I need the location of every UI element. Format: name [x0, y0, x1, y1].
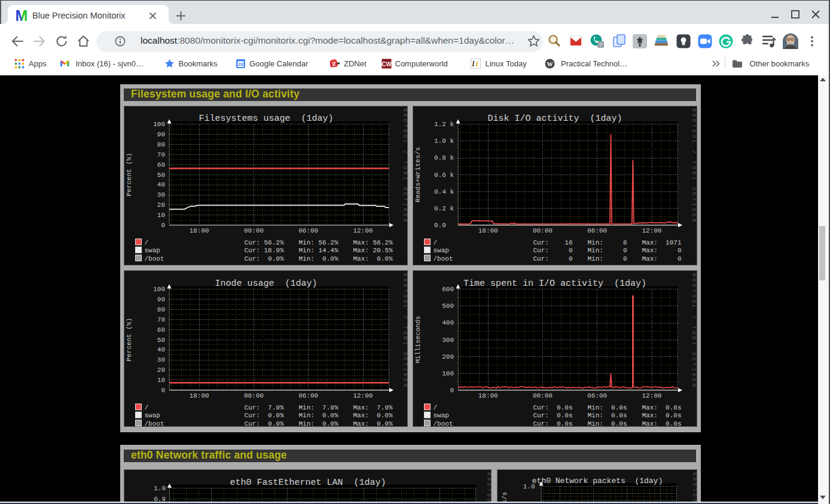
- svg-text:/: /: [144, 404, 148, 411]
- svg-text:swap: swap: [433, 247, 448, 254]
- svg-text:20: 20: [157, 366, 164, 374]
- svg-text:12:00: 12:00: [353, 227, 373, 234]
- svg-text:Milliseconds: Milliseconds: [414, 316, 421, 363]
- svg-text:/: /: [144, 239, 148, 246]
- svg-text:Min: 0.0%: Min: 0.0%: [298, 420, 338, 426]
- svg-text:18:00: 18:00: [478, 392, 498, 399]
- svg-text:1.2 k: 1.2 k: [434, 121, 453, 128]
- svg-text:10: 10: [157, 377, 164, 384]
- svg-text:30: 30: [157, 356, 164, 364]
- svg-text:/boot: /boot: [433, 420, 453, 426]
- svg-text:Cur: 16: Cur: 16: [533, 239, 572, 246]
- svg-text:/boot: /boot: [144, 255, 164, 262]
- svg-text:Cur: 0.0%: Cur: 0.0%: [244, 420, 283, 426]
- svg-text:Min: 14.4%: Min: 14.4%: [298, 247, 338, 254]
- svg-text:300: 300: [442, 336, 454, 343]
- svg-text:Max: 0.6s: Max: 0.6s: [642, 404, 681, 411]
- svg-text:Min: 0.0s: Min: 0.0s: [587, 420, 627, 426]
- svg-text:Filesystems usage (1day): Filesystems usage (1day): [199, 114, 333, 124]
- svg-text:Cur: 0.0%: Cur: 0.0%: [244, 412, 283, 419]
- svg-text:100: 100: [153, 286, 165, 293]
- svg-text:/boot: /boot: [433, 255, 453, 262]
- svg-text:Min: 6: Min: 6: [587, 239, 627, 246]
- svg-text:0.6 k: 0.6 k: [434, 172, 453, 179]
- svg-text:Max: 0.0%: Max: 0.0%: [353, 420, 392, 426]
- svg-text:00:00: 00:00: [243, 227, 263, 234]
- svg-text:W: W: [547, 61, 553, 68]
- svg-text:swap: swap: [144, 247, 160, 254]
- svg-text:50: 50: [157, 336, 164, 343]
- svg-text:Max: 7.9%: Max: 7.9%: [353, 404, 392, 411]
- svg-text:40: 40: [157, 346, 164, 353]
- svg-text:100: 100: [442, 369, 454, 377]
- svg-text:RRDTOOL / TOBI OETIKER: RRDTOOL / TOBI OETIKER: [691, 273, 696, 389]
- svg-text:swap: swap: [433, 412, 448, 419]
- svg-text:400: 400: [442, 319, 454, 326]
- svg-text:200: 200: [442, 353, 454, 360]
- svg-text:/: /: [433, 404, 437, 411]
- svg-text:80: 80: [157, 141, 164, 148]
- svg-text:eth0 FastEthernet LAN (1day): eth0 FastEthernet LAN (1day): [230, 478, 386, 488]
- svg-text:Percent (%): Percent (%): [125, 317, 132, 361]
- svg-text:500: 500: [442, 303, 454, 310]
- svg-text:Min: 7.9%: Min: 7.9%: [298, 404, 338, 411]
- svg-text:RRDTOOL / TOBI OETIKER: RRDTOOL / TOBI OETIKER: [691, 472, 697, 504]
- svg-text:0: 0: [161, 387, 165, 394]
- svg-text:Cur: 0.0%: Cur: 0.0%: [244, 255, 283, 262]
- svg-text:Max: 0.0s: Max: 0.0s: [642, 420, 681, 426]
- svg-text:12:00: 12:00: [642, 227, 661, 234]
- svg-text:Min: 0.0%: Min: 0.0%: [298, 255, 338, 262]
- svg-text:50: 50: [157, 172, 164, 179]
- svg-text:90: 90: [157, 295, 164, 303]
- svg-text:Max: 1071: Max: 1071: [642, 239, 681, 246]
- svg-text:00:00: 00:00: [532, 392, 552, 399]
- svg-text:Cur: 18.9%: Cur: 18.9%: [244, 247, 283, 254]
- svg-text:Time spent in I/O activity (1: Time spent in I/O activity (1day): [463, 279, 646, 289]
- svg-text:1.0: 1.0: [154, 485, 166, 492]
- svg-text:Max: 0: Max: 0: [642, 247, 681, 254]
- svg-text:06:00: 06:00: [298, 392, 318, 399]
- svg-text:Cur: 56.2%: Cur: 56.2%: [244, 239, 283, 246]
- svg-text:1.0 k: 1.0 k: [434, 138, 453, 145]
- svg-text:60: 60: [157, 326, 164, 333]
- svg-text:CW: CW: [382, 60, 391, 68]
- svg-text:80: 80: [157, 306, 164, 313]
- svg-text:60: 60: [157, 161, 164, 169]
- svg-text:12:00: 12:00: [642, 392, 661, 399]
- svg-text:28: 28: [238, 62, 243, 67]
- svg-text:Min: 56.2%: Min: 56.2%: [298, 239, 338, 246]
- svg-text:Min: 0: Min: 0: [587, 255, 627, 262]
- svg-text:0.8 k: 0.8 k: [434, 154, 453, 161]
- svg-text:90: 90: [157, 131, 164, 138]
- svg-text:RRDTOOL / TOBI OETIKER: RRDTOOL / TOBI OETIKER: [486, 472, 491, 504]
- svg-text:0: 0: [161, 222, 165, 229]
- svg-text:00:00: 00:00: [243, 392, 263, 399]
- svg-text:12:00: 12:00: [353, 392, 373, 399]
- svg-text:06:00: 06:00: [298, 227, 318, 234]
- svg-text:Cur: 0.0s: Cur: 0.0s: [533, 412, 572, 419]
- svg-text:18:00: 18:00: [189, 227, 209, 234]
- svg-text:100: 100: [153, 121, 165, 128]
- svg-text:06:00: 06:00: [587, 392, 607, 399]
- svg-text:70: 70: [157, 316, 164, 323]
- svg-text:20: 20: [157, 201, 164, 209]
- svg-text:Cur: 7.9%: Cur: 7.9%: [244, 404, 283, 411]
- svg-text:Cur: 0.0s: Cur: 0.0s: [533, 420, 572, 426]
- svg-text:Percent (%): Percent (%): [125, 153, 132, 197]
- svg-text:Max: 0.0%: Max: 0.0%: [353, 255, 392, 262]
- svg-text:Cur: 0: Cur: 0: [533, 247, 572, 254]
- svg-text:0.2 k: 0.2 k: [434, 205, 453, 212]
- svg-text:RRDTOOL / TOBI OETIKER: RRDTOOL / TOBI OETIKER: [402, 108, 407, 224]
- svg-text:Max: 56.2%: Max: 56.2%: [353, 239, 392, 246]
- svg-text:0: 0: [450, 387, 454, 394]
- svg-text:70: 70: [157, 151, 164, 158]
- svg-text:18:00: 18:00: [478, 227, 498, 234]
- svg-text:Reads+Writes/s: Reads+Writes/s: [414, 147, 421, 202]
- svg-text:0.4 k: 0.4 k: [434, 188, 453, 196]
- svg-text:Max: 0.0s: Max: 0.0s: [642, 412, 681, 419]
- svg-text:10: 10: [157, 212, 164, 219]
- svg-text:swap: swap: [144, 412, 160, 419]
- svg-text:Min: 0.0s: Min: 0.0s: [587, 404, 627, 411]
- svg-text:40: 40: [157, 181, 164, 188]
- svg-text:Disk I/O activity (1day): Disk I/O activity (1day): [487, 114, 622, 124]
